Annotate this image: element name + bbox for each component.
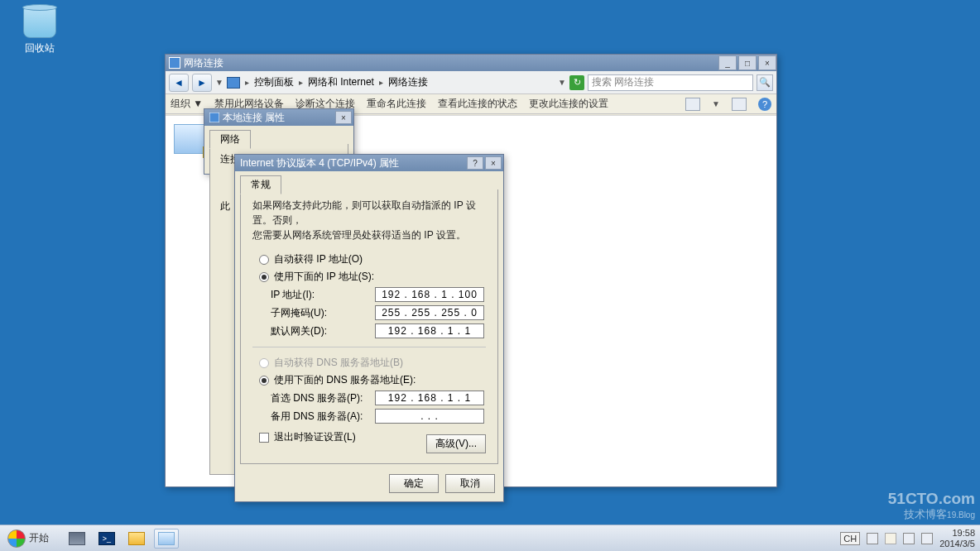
ipv4-close-button[interactable]: × — [485, 156, 502, 170]
primary-dns-label: 首选 DNS 服务器(P): — [271, 391, 375, 405]
change-settings-button[interactable]: 更改此连接的设置 — [529, 97, 608, 111]
alternate-dns-input[interactable]: . . . — [375, 409, 484, 424]
nav-back-button[interactable]: ◄ — [169, 74, 189, 92]
taskbar: 开始 >_ CH 19:58 2014/3/5 — [0, 525, 980, 551]
default-gateway-input[interactable]: 192 . 168 . 1 . 1 — [375, 323, 484, 338]
maximize-button[interactable]: □ — [738, 55, 757, 70]
network-tray-icon[interactable] — [921, 533, 933, 544]
preview-pane-button[interactable] — [732, 98, 747, 111]
ipv4-panel: 如果网络支持此功能，则可以获取自动指派的 IP 设置。否则， 您需要从网络系统管… — [240, 189, 498, 464]
subnet-mask-input[interactable]: 255 . 255 . 255 . 0 — [375, 305, 484, 320]
ipv4-properties-dialog: Internet 协议版本 4 (TCP/IPv4) 属性 ? × 常规 如果网… — [234, 154, 504, 502]
radio-use-ip[interactable]: 使用下面的 IP 地址(S): — [259, 270, 486, 284]
breadcrumb-root-icon[interactable] — [227, 77, 240, 89]
default-gateway-label: 默认网关(D): — [271, 324, 375, 338]
rename-button[interactable]: 重命名此连接 — [367, 97, 426, 111]
view-status-button[interactable]: 查看此连接的状态 — [438, 97, 517, 111]
close-button[interactable]: × — [758, 55, 776, 70]
address-dropdown[interactable]: ▼ — [558, 78, 566, 87]
advanced-button[interactable]: 高级(V)... — [426, 434, 486, 453]
refresh-button[interactable]: ↻ — [569, 75, 584, 90]
props-title: 本地连接 属性 — [223, 111, 285, 125]
radio-auto-ip[interactable]: 自动获得 IP 地址(O) — [259, 252, 486, 266]
ok-button[interactable]: 确定 — [389, 474, 439, 493]
radio-icon — [259, 255, 269, 265]
explorer-navbar: ◄ ► ▼ ▸ 控制面板 ▸ 网络和 Internet ▸ 网络连接 ▼ ↻ 搜… — [166, 71, 776, 94]
view-mode-button[interactable] — [685, 98, 700, 111]
view-mode-dropdown[interactable]: ▼ — [712, 99, 720, 108]
minimize-button[interactable]: _ — [718, 55, 737, 70]
nav-history-dropdown[interactable]: ▼ — [215, 78, 223, 87]
radio-use-dns[interactable]: 使用下面的 DNS 服务器地址(E): — [259, 373, 486, 387]
start-button[interactable]: 开始 — [3, 528, 58, 549]
chevron-right-icon: ▸ — [377, 78, 385, 87]
ip-address-input[interactable]: 192 . 168 . 1 . 100 — [375, 287, 484, 302]
explorer-task[interactable] — [124, 529, 149, 549]
breadcrumb-control-panel[interactable]: 控制面板 — [254, 75, 294, 89]
explorer-title: 网络连接 — [184, 56, 223, 70]
chevron-right-icon: ▸ — [243, 78, 251, 87]
ipv4-description: 如果网络支持此功能，则可以获取自动指派的 IP 设置。否则， 您需要从网络系统管… — [252, 198, 486, 242]
search-input[interactable]: 搜索 网络连接 — [588, 74, 753, 91]
recycle-bin[interactable]: 回收站 — [17, 7, 63, 55]
cancel-button[interactable]: 取消 — [445, 474, 495, 493]
volume-icon[interactable] — [903, 533, 915, 544]
props-tab-network[interactable]: 网络 — [209, 130, 251, 149]
system-tray: CH 19:58 2014/3/5 — [840, 528, 980, 548]
ipv4-titlebar[interactable]: Internet 协议版本 4 (TCP/IPv4) 属性 ? × — [235, 155, 503, 171]
network-connections-task[interactable] — [154, 529, 179, 549]
props-close-button[interactable]: × — [335, 111, 352, 124]
breadcrumb-network-connections[interactable]: 网络连接 — [388, 75, 428, 89]
properties-icon — [209, 113, 219, 122]
radio-auto-dns: 自动获得 DNS 服务器地址(B) — [259, 356, 486, 370]
watermark: 51CTO.com 技术博客19.Blog — [888, 490, 975, 521]
chevron-right-icon: ▸ — [297, 78, 305, 87]
recycle-bin-icon — [23, 7, 56, 38]
svg-rect-0 — [209, 113, 219, 122]
ip-address-label: IP 地址(I): — [271, 288, 375, 302]
checkbox-icon — [259, 433, 269, 443]
ipv4-tab-general[interactable]: 常规 — [240, 175, 281, 194]
ime-indicator[interactable]: CH — [840, 532, 860, 545]
search-placeholder: 搜索 网络连接 — [592, 75, 654, 89]
explorer-titlebar[interactable]: 网络连接 _ □ × — [166, 55, 776, 71]
primary-dns-input[interactable]: 192 . 168 . 1 . 1 — [375, 390, 484, 405]
help-button[interactable]: ? — [758, 98, 771, 111]
windows-orb-icon — [7, 529, 26, 548]
ipv4-title: Internet 协议版本 4 (TCP/IPv4) 属性 — [240, 156, 399, 170]
breadcrumb-network-internet[interactable]: 网络和 Internet — [308, 75, 374, 89]
ime-pad-icon[interactable] — [867, 533, 878, 544]
recycle-bin-label: 回收站 — [17, 41, 63, 55]
action-flag-icon[interactable] — [885, 533, 896, 544]
subnet-mask-label: 子网掩码(U): — [271, 306, 375, 320]
search-button[interactable]: 🔍 — [757, 74, 773, 91]
server-manager-task[interactable] — [65, 529, 89, 549]
alternate-dns-label: 备用 DNS 服务器(A): — [271, 410, 375, 424]
organize-menu[interactable]: 组织 ▼ — [171, 97, 203, 111]
props-titlebar[interactable]: 本地连接 属性 × — [204, 109, 353, 126]
radio-selected-icon — [259, 376, 269, 386]
powershell-task[interactable]: >_ — [94, 529, 119, 549]
radio-selected-icon — [259, 272, 269, 282]
ipv4-help-button[interactable]: ? — [467, 156, 483, 170]
clock[interactable]: 19:58 2014/3/5 — [939, 528, 975, 548]
nav-forward-button[interactable]: ► — [192, 74, 212, 92]
network-window-icon — [169, 57, 180, 69]
radio-disabled-icon — [259, 358, 269, 368]
